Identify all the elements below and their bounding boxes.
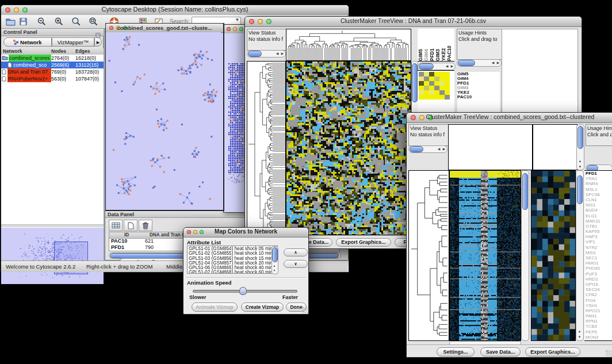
settings-button[interactable]: Settings... bbox=[437, 347, 475, 357]
network-view-canvas[interactable] bbox=[106, 32, 221, 208]
scroll-up-icon[interactable]: ▲ bbox=[577, 328, 582, 334]
open-icon[interactable] bbox=[4, 16, 17, 28]
scroll-right-icon[interactable]: ▶ bbox=[496, 60, 500, 66]
gene-label[interactable]: BUD4 bbox=[586, 208, 612, 213]
scroll-down-icon[interactable]: ▼ bbox=[577, 334, 582, 340]
gene-label[interactable]: MSL1 bbox=[586, 187, 612, 192]
move-up-button[interactable]: ∧ bbox=[284, 248, 308, 256]
gene-label[interactable]: GPI16 bbox=[586, 282, 612, 287]
view-status-scrollbar[interactable]: ◀ ▶ bbox=[408, 145, 447, 153]
move-down-button[interactable]: ∨ bbox=[284, 260, 308, 268]
trash-icon[interactable] bbox=[139, 220, 152, 231]
scroll-thumb[interactable] bbox=[410, 146, 423, 152]
scroll-thumb[interactable] bbox=[419, 63, 434, 70]
column-label[interactable]: GIM4 bbox=[423, 29, 429, 61]
usage-hints-scrollbar[interactable]: ◀ ▶ bbox=[457, 59, 502, 67]
gene-label[interactable]: TCB3 bbox=[586, 324, 612, 329]
scroll-thumb[interactable] bbox=[577, 175, 583, 204]
gene-label[interactable]: RPO21 bbox=[586, 308, 612, 313]
gene-label[interactable]: SPC98 bbox=[586, 192, 612, 197]
gene-label[interactable]: SEC1 bbox=[586, 255, 612, 260]
gene-label[interactable]: PAN1 bbox=[586, 313, 612, 319]
scroll-right-icon[interactable]: ▶ bbox=[442, 146, 446, 152]
view-status-scrollbar[interactable]: ◀ ▶ bbox=[247, 50, 286, 58]
scroll-down-icon[interactable]: ▼ bbox=[577, 164, 583, 170]
treeview1-titlebar[interactable]: ClusterMaker TreeView : DNA and Tran 07-… bbox=[245, 17, 582, 27]
vscroll-thumb[interactable] bbox=[412, 63, 418, 102]
scroll-down-icon[interactable]: ▼ bbox=[272, 267, 277, 273]
gene-label[interactable]: HRD3 bbox=[586, 277, 612, 282]
zoom-selected-icon[interactable] bbox=[70, 16, 82, 28]
animate-vizmap-button[interactable]: Animate Vizmap bbox=[192, 302, 238, 312]
zoom-out-icon[interactable] bbox=[35, 16, 48, 28]
scroll-thumb[interactable] bbox=[458, 60, 475, 66]
zoom-in-icon[interactable] bbox=[52, 16, 65, 28]
gene-label[interactable]: PFD1 bbox=[586, 171, 612, 176]
gene-label[interactable]: MON2 bbox=[586, 335, 612, 340]
tab-network[interactable]: Network bbox=[3, 37, 52, 47]
gene-label[interactable]: PEP5 bbox=[586, 329, 612, 335]
treeview2-titlebar[interactable]: ClusterMaker TreeView : combined_scores_… bbox=[407, 113, 612, 123]
overview-canvas[interactable] bbox=[1, 228, 104, 284]
gene-label[interactable]: GTB1 bbox=[586, 224, 612, 229]
network-row-selected[interactable]: combined_sco 2569(6) 13112(15) bbox=[1, 62, 104, 68]
create-vizmap-button[interactable]: Create Vizmap bbox=[241, 302, 284, 312]
gene-label[interactable]: YRA1 bbox=[586, 176, 612, 181]
gene-label[interactable]: CLN1 bbox=[586, 197, 612, 202]
attribute-item[interactable]: GPL51-07 (GSM868) heat shock 60 min bbox=[189, 270, 276, 274]
speed-slider-thumb[interactable] bbox=[239, 287, 247, 295]
search-dropdown-icon[interactable]: ▼ bbox=[235, 17, 240, 22]
attribute-list[interactable]: GPL51-01 (GSM854) heat shock 05 minGPL51… bbox=[187, 246, 278, 274]
main-titlebar[interactable]: Cytoscape Desktop (Session Name: collins… bbox=[1, 5, 349, 16]
column-label[interactable]: PAC10 bbox=[446, 29, 452, 61]
gene-label[interactable]: PUF3 bbox=[586, 271, 612, 277]
gene-label[interactable]: VIP1 bbox=[586, 239, 612, 244]
vscroll-thumb[interactable] bbox=[522, 173, 528, 210]
attribute-table-icon[interactable] bbox=[109, 220, 123, 231]
save-icon[interactable] bbox=[17, 16, 29, 28]
scroll-left-icon[interactable]: ◀ bbox=[491, 60, 495, 66]
tv2-labels-scrollbar[interactable]: ▲ ▼ bbox=[576, 124, 584, 170]
tab-vizmapper[interactable]: VizMapper™ bbox=[52, 37, 94, 47]
tv2-vscrollbar[interactable] bbox=[521, 170, 529, 341]
tv1-labels-scrollbar[interactable]: ◀ ▶ bbox=[418, 63, 456, 70]
column-label[interactable]: YKE2 bbox=[441, 29, 446, 61]
scroll-thumb[interactable] bbox=[248, 51, 262, 57]
attribute-list-scrollbar[interactable]: ▲ ▼ bbox=[271, 246, 278, 274]
scroll-right-icon[interactable]: ▶ bbox=[450, 63, 454, 69]
tv2-zoom-heatmap[interactable] bbox=[531, 170, 576, 341]
new-attribute-icon[interactable] bbox=[124, 220, 137, 231]
network-row[interactable]: DNA and Tran 07 769(0) 183728(0) bbox=[1, 68, 104, 75]
zoom-button[interactable] bbox=[239, 27, 243, 31]
minimize-button[interactable] bbox=[233, 27, 237, 31]
column-label[interactable]: GIM3 bbox=[435, 29, 441, 61]
tv1-row-dendrogram[interactable] bbox=[247, 61, 286, 235]
network-row[interactable]: RNAPuberNov2+ 563(0) 107847(0) bbox=[1, 75, 104, 82]
scroll-left-icon[interactable]: ◀ bbox=[445, 63, 449, 69]
gene-label[interactable]: NTR2 bbox=[586, 245, 612, 250]
tab-more[interactable]: ▶ bbox=[94, 37, 102, 47]
tv2-heatmap[interactable] bbox=[449, 170, 521, 341]
column-label[interactable]: GIM5 bbox=[418, 29, 423, 61]
network-window-1-titlebar[interactable]: combined_scores_good.txt--cluste... bbox=[106, 24, 223, 33]
gene-label[interactable]: PAC10 bbox=[457, 95, 500, 99]
gene-label[interactable]: ELG1 bbox=[586, 213, 612, 219]
resize-grip[interactable] bbox=[301, 307, 308, 313]
gene-label[interactable]: PHO81 bbox=[586, 266, 612, 271]
scroll-thumb[interactable] bbox=[272, 247, 278, 262]
gene-label[interactable]: YSH1 bbox=[586, 303, 612, 308]
scroll-thumb[interactable] bbox=[577, 126, 583, 149]
gene-label[interactable]: HAP3 bbox=[586, 234, 612, 239]
scroll-left-icon[interactable]: ◀ bbox=[275, 51, 280, 56]
scroll-right-icon[interactable]: ▶ bbox=[280, 51, 285, 56]
gene-label[interactable]: CPA2 bbox=[586, 292, 612, 297]
tv2-row-dendrogram[interactable] bbox=[408, 170, 449, 341]
gene-label[interactable]: RPN1 bbox=[586, 319, 612, 324]
save-data-button[interactable]: Save Data... bbox=[480, 347, 521, 357]
gene-label[interactable]: KAP95 bbox=[586, 229, 612, 234]
export-graphics-button[interactable]: Export Graphics... bbox=[525, 347, 580, 357]
export-graphics-button[interactable]: Export Graphics... bbox=[336, 238, 391, 247]
tv1-column-dendrogram[interactable] bbox=[286, 29, 411, 61]
column-label[interactable]: PFD1 bbox=[429, 29, 435, 61]
gene-label[interactable]: HMG1 bbox=[586, 260, 612, 266]
